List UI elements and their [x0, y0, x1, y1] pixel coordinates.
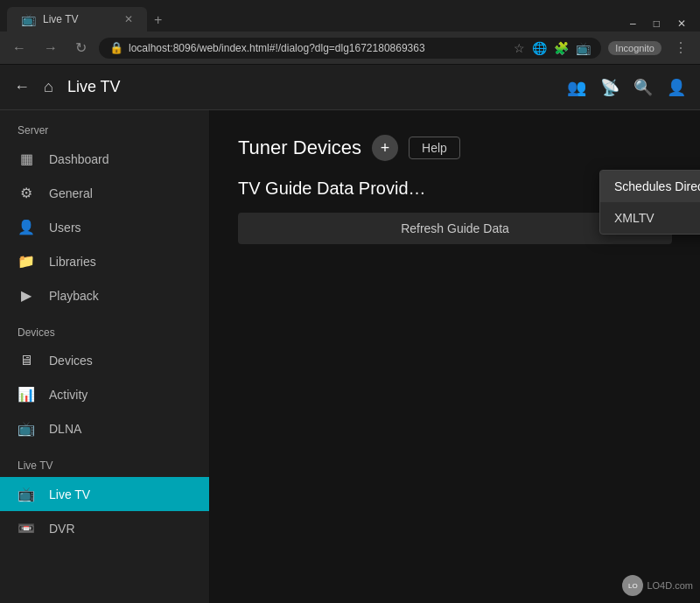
menu-icon[interactable]: ⋮ [668, 36, 693, 60]
dropdown-item-schedules[interactable]: Schedules Direct [600, 171, 700, 202]
sidebar-item-label: DLNA [49, 422, 81, 436]
tab-close-button[interactable]: ✕ [124, 13, 133, 25]
address-bar-actions: ☆ 🌐 🧩 📺 [514, 41, 591, 55]
forward-nav-button[interactable]: → [38, 37, 63, 60]
activity-icon: 📊 [18, 386, 35, 403]
cast-icon[interactable]: 📺 [576, 41, 591, 55]
window-controls: – □ ✕ [623, 16, 693, 32]
help-button[interactable]: Help [409, 137, 460, 159]
sidebar-item-label: DVR [49, 522, 75, 536]
close-window-button[interactable]: ✕ [670, 16, 693, 32]
globe-icon[interactable]: 🌐 [532, 41, 547, 55]
cast-header-icon[interactable]: 📡 [600, 78, 620, 97]
sidebar-item-livetv[interactable]: 📺 Live TV [0, 477, 209, 511]
content-area: Tuner Devices + Help TV Guide Data Provi… [210, 110, 700, 603]
sidebar: Server ▦ Dashboard ⚙ General 👤 Users 📁 L… [0, 110, 210, 603]
sidebar-item-dlna[interactable]: 📺 DLNA [0, 411, 209, 445]
sidebar-item-label: General [49, 186, 93, 200]
dvr-icon: 📼 [18, 520, 35, 536]
dlna-icon: 📺 [18, 420, 35, 437]
app-home-button[interactable]: ⌂ [44, 78, 53, 96]
sidebar-item-users[interactable]: 👤 Users [0, 210, 209, 244]
tuner-section-title: Tuner Devices [238, 137, 361, 159]
minimize-button[interactable]: – [623, 16, 643, 32]
tuner-section-header: Tuner Devices + Help [238, 135, 672, 161]
sidebar-item-label: Activity [49, 388, 88, 402]
watermark: LO LO4D.com [622, 575, 693, 596]
incognito-badge: Incognito [608, 41, 662, 55]
sidebar-item-playback[interactable]: ▶ Playback [0, 278, 209, 312]
sidebar-item-dashboard[interactable]: ▦ Dashboard [0, 142, 209, 176]
dropdown-menu: Schedules Direct XMLTV [599, 170, 700, 235]
add-tuner-button[interactable]: + [372, 135, 398, 161]
sidebar-item-devices[interactable]: 🖥 Devices [0, 344, 209, 377]
watermark-logo: LO [622, 575, 643, 596]
tab-favicon: 📺 [21, 12, 36, 26]
sidebar-item-general[interactable]: ⚙ General [0, 176, 209, 210]
section-label-server: Server [0, 110, 209, 142]
users-icon[interactable]: 👥 [567, 78, 586, 97]
address-bar: ← → ↻ 🔒 localhost:8096/web/index.html#!/… [0, 32, 700, 65]
app-header: ← ⌂ Live TV 👥 📡 🔍 👤 [0, 65, 700, 110]
play-icon: ▶ [18, 287, 35, 304]
main-layout: Server ▦ Dashboard ⚙ General 👤 Users 📁 L… [0, 110, 700, 603]
app-back-button[interactable]: ← [14, 78, 30, 96]
sidebar-item-libraries[interactable]: 📁 Libraries [0, 244, 209, 278]
livetv-icon: 📺 [18, 486, 35, 502]
watermark-text: LO4D.com [647, 580, 693, 591]
dashboard-icon: ▦ [18, 151, 35, 167]
tab-bar: 📺 Live TV ✕ + – □ ✕ [0, 0, 700, 32]
guide-title-text: TV Guide Data Provid [238, 179, 409, 198]
tab-title: Live TV [43, 13, 78, 25]
sidebar-item-label: Libraries [49, 255, 96, 269]
sidebar-item-label: Users [49, 221, 81, 235]
bookmark-icon[interactable]: ☆ [514, 41, 525, 55]
app-container: ← ⌂ Live TV 👥 📡 🔍 👤 Server ▦ Dashboard ⚙… [0, 65, 700, 603]
section-label-devices: Devices [0, 312, 209, 344]
section-label-livetv: Live TV [0, 445, 209, 477]
header-right-icons: 👥 📡 🔍 👤 [567, 78, 686, 97]
extensions-icon[interactable]: 🧩 [554, 41, 569, 55]
url-text: localhost:8096/web/index.html#!/dialog?d… [129, 42, 425, 54]
maximize-button[interactable]: □ [647, 16, 667, 32]
sidebar-item-label: Devices [49, 354, 93, 368]
sidebar-item-label: Dashboard [49, 152, 109, 166]
app-title: Live TV [67, 78, 121, 96]
profile-icon[interactable]: 👤 [667, 78, 686, 97]
sidebar-item-label: Live TV [49, 487, 90, 501]
sidebar-item-activity[interactable]: 📊 Activity [0, 377, 209, 411]
folder-icon: 📁 [18, 253, 35, 270]
search-header-icon[interactable]: 🔍 [634, 78, 653, 97]
lock-icon: 🔒 [109, 41, 123, 54]
active-tab[interactable]: 📺 Live TV ✕ [7, 7, 147, 32]
sidebar-item-label: Playback [49, 289, 99, 303]
devices-icon: 🖥 [18, 353, 35, 368]
gear-icon: ⚙ [18, 185, 35, 201]
dropdown-item-xmltv[interactable]: XMLTV [600, 202, 700, 234]
refresh-nav-button[interactable]: ↻ [70, 36, 92, 60]
back-nav-button[interactable]: ← [7, 37, 32, 60]
url-box[interactable]: 🔒 localhost:8096/web/index.html#!/dialog… [99, 38, 601, 59]
new-tab-button[interactable]: + [147, 9, 169, 32]
users-sidebar-icon: 👤 [18, 219, 35, 235]
sidebar-item-dvr[interactable]: 📼 DVR [0, 511, 209, 545]
